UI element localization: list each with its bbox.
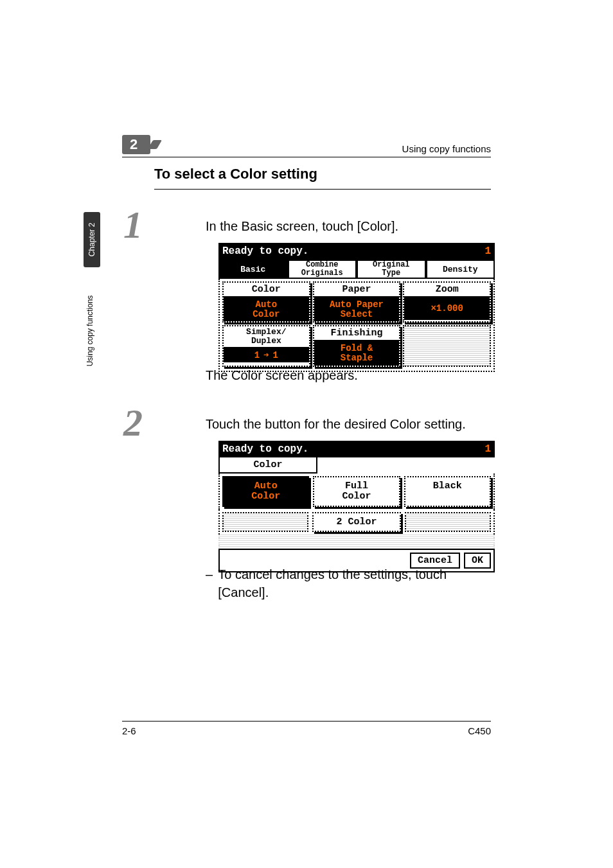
color-screen-panel: Ready to copy. 1 Color AutoColor FullCol… [218, 441, 495, 572]
color-screen-statusbar: Ready to copy. 1 [218, 441, 495, 457]
basic-screen-tiles: Color AutoColor Paper Auto PaperSelect Z… [218, 279, 495, 372]
option-blank-right [405, 512, 491, 533]
tile-simplex-header: Simplex/Duplex [224, 326, 309, 348]
tab-density[interactable]: Density [426, 260, 495, 279]
tile-zoom[interactable]: Zoom ×1.000 [403, 281, 491, 323]
option-auto-color[interactable]: AutoColor [222, 476, 309, 507]
page-footer: 2-6 C450 [122, 721, 491, 736]
color-screen-tab: Color [218, 457, 317, 474]
arrow-right-icon: ➜ [263, 350, 269, 360]
tile-zoom-value: ×1.000 [404, 297, 490, 320]
step-1-result-text: The Color screen appears. [206, 366, 491, 384]
basic-screen-tabs: Basic CombineOriginals OriginalType Dens… [218, 260, 495, 279]
tile-finishing-value: Fold &Staple [314, 341, 400, 365]
basic-status-text: Ready to copy. [222, 245, 308, 257]
tile-color-value: AutoColor [224, 297, 309, 321]
color-options-row-1: AutoColor FullColor Black [218, 474, 495, 509]
basic-count: 1 [484, 245, 491, 257]
tab-combine-originals[interactable]: CombineOriginals [288, 260, 357, 279]
tile-zoom-header: Zoom [404, 283, 490, 297]
step-1-number: 1 [123, 206, 143, 244]
tile-finishing[interactable]: Finishing Fold &Staple [313, 325, 401, 366]
tab-original-type[interactable]: OriginalType [357, 260, 426, 279]
color-screen-tab-row: Color [218, 457, 495, 474]
tile-empty [403, 325, 491, 366]
step-2-note-text: To cancel changes to the settings, touch… [218, 565, 491, 601]
side-tab: Chapter 2 Using copy functions [84, 212, 100, 373]
option-2-color[interactable]: 2 Color [312, 512, 401, 533]
tile-simplex-duplex[interactable]: Simplex/Duplex 1➜1 [222, 325, 310, 366]
chapter-badge: 2 [122, 135, 150, 154]
tile-paper[interactable]: Paper Auto PaperSelect [313, 281, 401, 323]
side-tab-dark: Chapter 2 [84, 212, 100, 267]
dash-bullet: – [206, 565, 218, 601]
color-screen-spacer [218, 535, 495, 549]
running-header-text: Using copy functions [157, 143, 491, 154]
step-2-note: – To cancel changes to the settings, tou… [206, 565, 491, 601]
step-2-number: 2 [123, 403, 143, 442]
footer-model: C450 [468, 725, 491, 736]
tile-finishing-header: Finishing [314, 326, 400, 341]
tab-basic[interactable]: Basic [218, 260, 288, 279]
option-black[interactable]: Black [404, 476, 491, 507]
side-tab-light-label: Using copy functions [85, 296, 94, 367]
tile-color-header: Color [224, 283, 309, 297]
side-tab-light: Using copy functions [84, 283, 100, 379]
tile-simplex-value: 1➜1 [224, 348, 309, 363]
option-blank-left [222, 512, 308, 533]
basic-screen-panel: Ready to copy. 1 Basic CombineOriginals … [218, 243, 495, 372]
running-header: 2 Using copy functions [122, 135, 491, 157]
color-status-text: Ready to copy. [222, 443, 308, 455]
chapter-number: 2 [130, 136, 138, 153]
color-options-row-2: 2 Color [218, 509, 495, 535]
section-heading: To select a Color setting [154, 166, 491, 190]
tile-paper-value: Auto PaperSelect [314, 297, 400, 321]
color-count: 1 [484, 443, 491, 455]
footer-page-number: 2-6 [122, 725, 136, 736]
tile-paper-header: Paper [314, 283, 400, 297]
side-tab-dark-label: Chapter 2 [87, 223, 96, 257]
basic-screen-statusbar: Ready to copy. 1 [218, 243, 495, 260]
step-1-text: In the Basic screen, touch [Color]. [206, 217, 491, 235]
tile-color[interactable]: Color AutoColor [222, 281, 310, 323]
option-full-color[interactable]: FullColor [313, 476, 400, 507]
step-2-text: Touch the button for the desired Color s… [206, 415, 491, 433]
